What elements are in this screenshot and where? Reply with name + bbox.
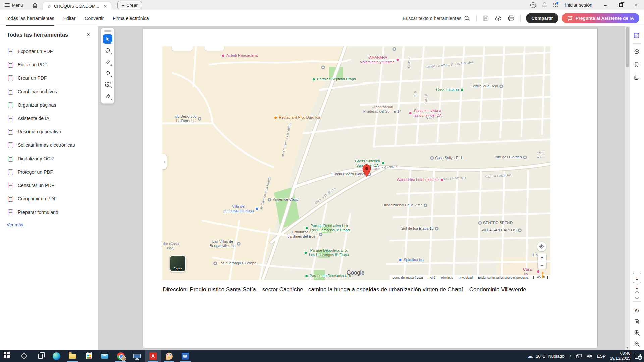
tool-icon [8,169,13,175]
clock[interactable]: 08:46 29/12/2025 [610,351,630,361]
save-button[interactable] [480,13,491,24]
ribbon-tab[interactable]: Convertir [85,10,104,26]
star-icon[interactable]: ☆ [47,4,51,9]
collapse-arrow-icon[interactable]: ‹ [162,154,167,169]
help-button[interactable]: ? [527,0,539,10]
map-label: Airbnb Huacachina [221,53,258,58]
panel-tool-item[interactable]: Preparar formulario [8,207,98,217]
panel-tool-item[interactable]: Digitalizar y OCR [8,154,98,163]
poi-icon [478,221,482,225]
zoom-in-button[interactable] [632,328,642,338]
taskbar-file-explorer[interactable] [64,350,80,362]
zoom-out-button[interactable] [632,339,642,349]
document-tab[interactable]: ☆ CROQUIS CONDOM... × [43,2,111,10]
app-icon: A [149,352,157,360]
poi-icon [409,111,412,115]
taskbar-paint[interactable] [161,350,177,362]
select-tool-button[interactable] [103,34,112,44]
apps-grid-button[interactable] [550,0,561,10]
panel-tool-item[interactable]: Editar un PDF [8,60,98,69]
poi-icon [221,54,225,57]
poi-icon [198,117,201,121]
poi-icon [424,204,427,207]
taskbar-system[interactable] [129,350,145,362]
fit-page-button[interactable] [632,317,642,326]
page-down-icon[interactable] [634,295,639,300]
home-button[interactable] [27,0,43,10]
weather-widget[interactable]: ☁ 20°C Nublado [527,353,564,359]
panel-tool-item[interactable]: Proteger un PDF [8,167,98,177]
bookmarks-panel-button[interactable] [632,59,642,70]
taskbar-mail[interactable] [97,350,113,362]
panel-tool-item[interactable]: Comprimir un PDF [8,194,98,203]
panel-tool-item[interactable]: Resumen generativo [8,127,98,136]
panel-tool-item[interactable]: Censurar un PDF [8,181,98,190]
menu-button[interactable]: Menú [0,0,27,10]
taskbar-store[interactable] [80,350,97,362]
sign-in-button[interactable]: Iniciar sesión [561,2,598,8]
document-scrollbar[interactable]: ▼ [625,26,629,350]
network-icon[interactable] [576,354,582,359]
compartir-button[interactable]: Compartir [526,13,558,23]
attribution-terms-link[interactable]: Términos [440,276,453,279]
ribbon-tab[interactable]: Editar [63,10,76,26]
panel-tool-item[interactable]: Asistente de IA [8,114,98,123]
lasso-tool-button[interactable] [103,68,112,78]
divider [476,15,477,22]
notification-icon[interactable]: 5 [635,354,641,359]
pegman-icon[interactable] [539,272,546,279]
cloud-upload-button[interactable] [493,13,504,24]
panel-close-icon[interactable]: × [87,31,90,38]
drag-handle[interactable] [104,30,111,32]
print-button[interactable] [505,13,517,24]
taskbar-start[interactable] [0,350,16,362]
tool-icon [8,89,13,95]
map-zoom-out-button[interactable]: − [538,261,546,269]
taskbar-task-view[interactable] [32,350,48,362]
map-label: Parque Deportivo. Urb. Los Huarangos 8ª … [304,248,349,257]
page-total: 1 [636,285,638,290]
panel-tool-item[interactable]: Exportar un PDF [8,47,98,56]
pencil-tool-button[interactable] [103,57,112,66]
comments-panel-button[interactable] [632,46,642,57]
ribbon-tab[interactable]: Todas las herramientas [6,10,54,26]
fill-sign-tool-button[interactable] [103,91,112,101]
panel-tool-item[interactable]: Crear un PDF [8,73,98,83]
volume-icon[interactable] [587,354,593,359]
taskbar-word[interactable]: W [177,350,193,362]
panel-tool-item[interactable]: Solicitar firmas electrónicas [8,140,98,150]
restore-button[interactable] [613,0,629,10]
pages-panel-button[interactable] [632,72,642,82]
page-number-input[interactable]: 1 [633,273,641,283]
close-button[interactable]: × [629,0,644,10]
cursor-icon [105,36,110,42]
generative-summary-button[interactable] [632,30,642,41]
tray-chevron-icon[interactable]: ∧ [569,354,572,358]
attribution-privacy-link[interactable]: Privacidad [459,276,473,279]
search-box[interactable]: Buscar texto o herramientas [399,13,473,23]
scroll-down-icon[interactable]: ▼ [625,346,629,349]
ribbon-tab[interactable]: Firma electrónica [113,10,149,26]
my-location-button[interactable] [537,242,546,251]
layers-control[interactable]: Capas [170,255,186,272]
map-zoom-in-button[interactable]: + [538,253,546,261]
panel-tool-item[interactable]: Organizar páginas [8,100,98,110]
taskbar-edge[interactable] [48,350,64,362]
app-icon [117,352,125,360]
attribution-feedback-link[interactable]: Enviar comentarios sobre el producto [478,276,528,279]
tab-close-icon[interactable]: × [104,3,107,9]
comment-tool-button[interactable] [103,46,112,55]
crear-button[interactable]: + Crear [117,1,142,9]
taskbar-chrome[interactable] [113,350,129,362]
taskbar-search[interactable] [16,350,32,362]
ver-mas-link[interactable]: Ver más [7,222,23,227]
scrollbar-thumb[interactable] [626,27,629,67]
refresh-button[interactable]: ↻ [632,306,642,315]
language-indicator[interactable]: ESP [597,354,606,359]
taskbar-acrobat[interactable]: A [145,350,161,362]
text-box-tool-button[interactable]: A [103,80,112,89]
ai-assistant-button[interactable]: Pregunta al Asistente de IA [562,13,639,23]
panel-tool-item[interactable]: Combinar archivos [8,87,98,96]
minimize-button[interactable]: – [598,0,613,10]
notifications-button[interactable] [539,0,550,10]
